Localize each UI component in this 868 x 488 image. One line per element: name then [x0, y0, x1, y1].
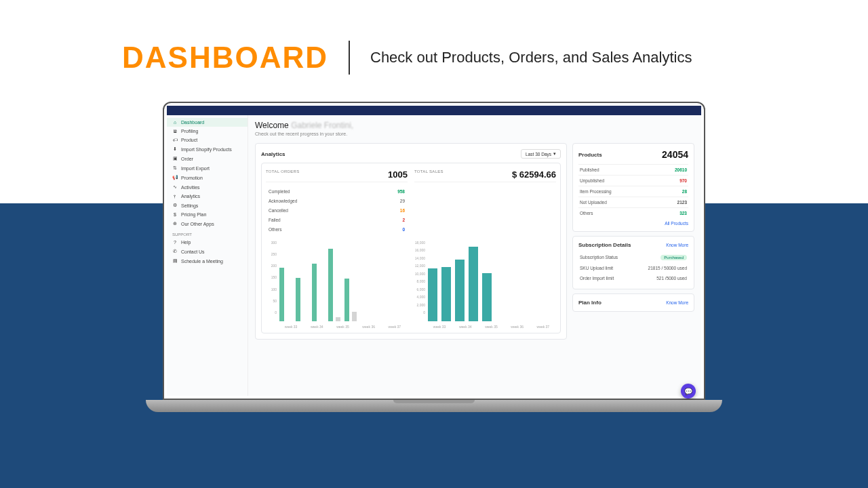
nav-label: Order — [181, 157, 193, 161]
sidebar-item-product[interactable]: 🏷Product — [167, 136, 248, 144]
subscription-limit-row: SKU Upload limit21815 / 50000 used — [578, 263, 688, 273]
nav-icon: ✆ — [172, 249, 178, 254]
welcome-subtext: Check out the recent progress in your st… — [255, 131, 694, 136]
chevron-down-icon: ▾ — [553, 151, 556, 157]
chart-bar-group — [467, 241, 479, 321]
plan-info-title: Plan Info — [578, 300, 601, 306]
nav-label: Dashboard — [181, 120, 204, 125]
sales-chart: 18,00016,00014,00012,00010,0008,0006,000… — [414, 241, 556, 329]
total-sales-label: TOTAL SALES — [414, 169, 443, 180]
sidebar-item-import-export[interactable]: ⇅Import Export — [167, 163, 248, 173]
order-status-row: Completed958 — [266, 186, 408, 196]
subscription-title: Subscription Details — [578, 242, 631, 248]
nav-icon: ⚙ — [172, 203, 178, 208]
order-status-row: Failed2 — [266, 215, 408, 224]
analytics-title: Analytics — [261, 151, 285, 157]
date-range-dropdown[interactable]: Last 30 Days▾ — [521, 149, 561, 159]
hero-subtitle: Check out Products, Orders, and Sales An… — [370, 49, 692, 66]
nav-label: Our Other Apps — [181, 222, 214, 226]
products-total: 24054 — [662, 149, 688, 160]
sidebar-item-promotion[interactable]: 📢Promotion — [167, 173, 248, 182]
product-status-row: Published20610 — [578, 164, 688, 175]
plan-info-card: Plan Info Know More — [572, 293, 694, 312]
app-topbar — [167, 106, 701, 115]
chat-fab[interactable]: 💬 — [681, 384, 696, 396]
products-title: Products — [578, 152, 602, 158]
nav-icon: ▤ — [172, 258, 178, 264]
order-status-row: Acknowledged29 — [266, 196, 408, 205]
sidebar-item-pricing-plan[interactable]: $Pricing Plan — [167, 210, 248, 219]
nav-label: Help — [181, 240, 191, 245]
product-status-row: Others323 — [578, 207, 688, 218]
products-card: Products 24054 Published20610Unpublished… — [572, 143, 694, 232]
nav-label: Import Export — [181, 166, 210, 171]
order-status-row: Others0 — [266, 224, 408, 234]
chat-icon: 💬 — [684, 388, 692, 395]
nav-icon: ? — [172, 240, 178, 245]
sidebar-item-schedule-a-meeting[interactable]: ▤Schedule a Meeting — [167, 256, 248, 266]
nav-icon: ⌂ — [172, 120, 178, 125]
nav-icon: ∿ — [172, 184, 178, 190]
nav-icon: 📢 — [172, 175, 178, 180]
total-orders-label: TOTAL ORDERS — [266, 169, 300, 180]
nav-label: Activities — [181, 185, 200, 190]
chart-bar-group — [343, 241, 358, 321]
chart-bar-group — [481, 241, 493, 321]
nav-label: Analytics — [181, 194, 200, 199]
nav-label: Import Shopify Products — [181, 147, 232, 152]
orders-chart: 300250200150100500 week 33week 34week 35… — [266, 241, 408, 329]
subscription-card: Subscription Details Know More Subscript… — [572, 236, 694, 289]
nav-label: Profiling — [181, 129, 198, 134]
nav-label: Schedule a Meeting — [181, 259, 223, 264]
subscription-status-badge: Purchased — [660, 255, 687, 260]
sidebar-item-contact-us[interactable]: ✆Contact Us — [167, 247, 248, 256]
sidebar: ⌂Dashboard🗎Profiling🏷Product⬇Import Shop… — [167, 115, 248, 396]
chart-bar-group — [294, 241, 309, 321]
chart-bar-group — [311, 241, 326, 321]
nav-icon: ⫯ — [172, 194, 178, 199]
sidebar-item-dashboard[interactable]: ⌂Dashboard — [167, 118, 248, 127]
nav-icon: 🗎 — [172, 129, 178, 134]
nav-label: Contact Us — [181, 249, 205, 254]
subscription-limit-row: Order Import limit521 /5000 used — [578, 273, 688, 283]
sidebar-item-activities[interactable]: ∿Activities — [167, 182, 248, 192]
subscription-status-label: Subscription Status — [580, 255, 618, 260]
total-sales-value: $ 62594.66 — [512, 169, 556, 180]
sidebar-item-help[interactable]: ?Help — [167, 238, 248, 247]
chart-bar-group — [327, 241, 342, 321]
plan-know-more-link[interactable]: Know More — [666, 300, 688, 305]
hero-title: DASHBOARD — [122, 41, 328, 75]
all-products-link[interactable]: All Products — [578, 221, 688, 226]
total-orders-value: 1005 — [388, 169, 408, 180]
nav-icon: ▣ — [172, 156, 178, 161]
chart-bar-group — [278, 241, 293, 321]
sidebar-item-analytics[interactable]: ⫯Analytics — [167, 192, 248, 201]
nav-icon: $ — [172, 212, 178, 217]
product-status-row: Item Processing28 — [578, 186, 688, 197]
nav-icon: ⬇ — [172, 146, 178, 152]
analytics-card: Analytics Last 30 Days▾ — [255, 143, 567, 340]
nav-icon: ⇅ — [172, 165, 178, 171]
welcome-heading: Welcome Gabriele Frontini, — [255, 121, 694, 130]
support-section-label: SUPPORT — [167, 228, 248, 238]
nav-label: Product — [181, 138, 197, 142]
product-status-row: Unpublished970 — [578, 175, 688, 186]
order-status-row: Cancelled16 — [266, 205, 408, 215]
product-status-row: Not Uploaded2123 — [578, 197, 688, 207]
nav-icon: 🏷 — [172, 138, 178, 142]
nav-label: Settings — [181, 203, 198, 208]
sidebar-item-profiling[interactable]: 🗎Profiling — [167, 127, 248, 136]
sidebar-item-our-other-apps[interactable]: ⊕Our Other Apps — [167, 219, 248, 228]
subscription-know-more-link[interactable]: Know More — [666, 243, 688, 247]
hero-divider — [349, 41, 350, 75]
chart-bar-group — [427, 241, 439, 321]
nav-icon: ⊕ — [172, 221, 178, 226]
chart-bar-group — [440, 241, 452, 321]
nav-label: Promotion — [181, 176, 203, 180]
sidebar-item-order[interactable]: ▣Order — [167, 154, 248, 163]
nav-label: Pricing Plan — [181, 212, 206, 217]
chart-bar-group — [454, 241, 466, 321]
sidebar-item-settings[interactable]: ⚙Settings — [167, 201, 248, 210]
sidebar-item-import-shopify-products[interactable]: ⬇Import Shopify Products — [167, 144, 248, 154]
